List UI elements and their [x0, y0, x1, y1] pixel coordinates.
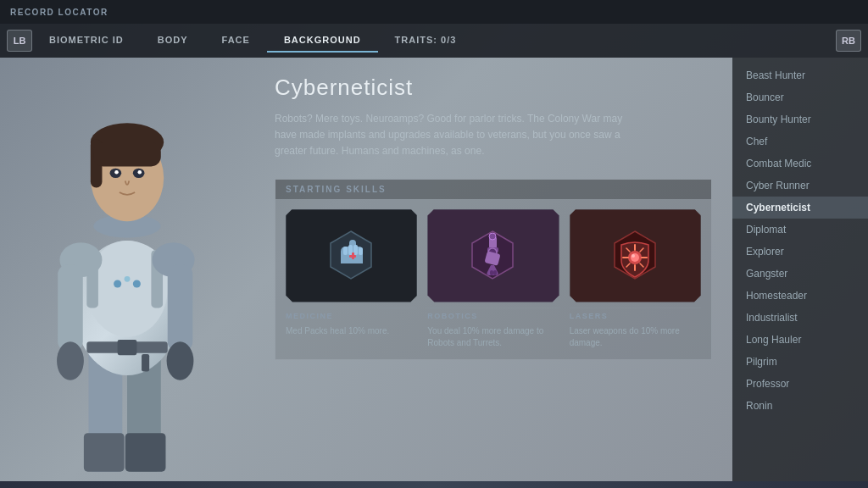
svg-point-47 [631, 253, 639, 262]
svg-point-13 [167, 341, 194, 380]
svg-rect-42 [490, 270, 493, 275]
medicine-icon-box [286, 209, 417, 302]
sidebar-item-cyberneticist[interactable]: Cyberneticist [732, 197, 868, 219]
svg-point-24 [114, 280, 121, 288]
svg-point-23 [138, 170, 142, 175]
skills-grid: MEDICINE Med Packs heal 10% more. [275, 199, 711, 359]
sidebar-item-homesteader[interactable]: Homesteader [732, 285, 868, 307]
sidebar-item-gangster[interactable]: Gangster [732, 263, 868, 285]
center-panel: Cyberneticist Robots? Mere toys. Neuroam… [254, 58, 732, 481]
sidebar-item-bounty-hunter[interactable]: Bounty Hunter [732, 108, 868, 130]
bottom-accent [0, 481, 868, 488]
svg-rect-43 [493, 270, 497, 275]
tab-body[interactable]: BODY [141, 29, 205, 53]
robotics-desc: You deal 10% more damage to Robots and T… [427, 325, 559, 349]
tab-traits[interactable]: TRAITS: 0/3 [378, 29, 474, 53]
main-content: Cyberneticist Robots? Mere toys. Neuroam… [0, 58, 868, 481]
tab-background[interactable]: BACKGROUND [267, 29, 378, 53]
sidebar-item-bouncer[interactable]: Bouncer [732, 86, 868, 108]
top-bar: RECORD LOCATOR [0, 0, 868, 24]
robotics-icon [465, 228, 520, 283]
record-locator-label: RECORD LOCATOR [10, 8, 108, 17]
medicine-desc: Med Packs heal 10% more. [286, 325, 417, 337]
svg-rect-2 [84, 433, 125, 471]
svg-rect-29 [142, 354, 149, 371]
svg-rect-28 [118, 340, 137, 355]
lasers-label: LASERS [570, 308, 701, 320]
svg-rect-31 [343, 247, 348, 255]
skill-card-robotics: ROBOTICS You deal 10% more damage to Rob… [427, 209, 559, 349]
svg-rect-3 [125, 433, 166, 471]
lasers-icon-box [570, 209, 701, 302]
sidebar-item-professor[interactable]: Professor [732, 373, 868, 395]
sidebar-item-ronin[interactable]: Ronin [732, 395, 868, 417]
portrait-area [0, 58, 254, 481]
skill-card-medicine: MEDICINE Med Packs heal 10% more. [286, 209, 417, 349]
svg-rect-34 [359, 247, 363, 255]
svg-point-26 [133, 280, 141, 288]
svg-point-44 [489, 233, 496, 240]
svg-point-22 [114, 170, 119, 175]
sidebar-item-chef[interactable]: Chef [732, 130, 868, 152]
svg-point-12 [57, 341, 84, 380]
robotics-label: ROBOTICS [427, 308, 559, 320]
sidebar-item-industrialist[interactable]: Industrialist [732, 307, 868, 329]
rb-button[interactable]: RB [836, 30, 861, 52]
skill-card-lasers: LASERS Laser weapons do 10% more damage. [570, 209, 701, 349]
sidebar-item-explorer[interactable]: Explorer [732, 241, 868, 263]
nav-bar: LB BIOMETRIC ID BODY FACE BACKGROUND TRA… [0, 24, 868, 58]
sidebar-item-beast-hunter[interactable]: Beast Hunter [732, 64, 868, 86]
sidebar-item-long-hauler[interactable]: Long Hauler [732, 329, 868, 351]
background-list: Beast Hunter Bouncer Bounty Hunter Chef … [732, 58, 868, 481]
tab-face[interactable]: FACE [205, 29, 267, 53]
tab-biometric[interactable]: BIOMETRIC ID [32, 29, 141, 53]
svg-rect-36 [352, 252, 354, 259]
lasers-icon [608, 228, 663, 283]
sidebar-item-combat-medic[interactable]: Combat Medic [732, 152, 868, 175]
sidebar-item-pilgrim[interactable]: Pilgrim [732, 351, 868, 373]
sidebar-item-cyber-runner[interactable]: Cyber Runner [732, 175, 868, 197]
medicine-icon [324, 228, 379, 283]
lasers-desc: Laser weapons do 10% more damage. [570, 325, 701, 349]
character-portrait [0, 58, 254, 481]
background-title: Cyberneticist [275, 75, 712, 101]
lb-button[interactable]: LB [7, 30, 32, 52]
medicine-label: MEDICINE [286, 308, 417, 320]
svg-point-48 [632, 254, 635, 258]
svg-point-25 [125, 276, 131, 282]
sidebar-item-diplomat[interactable]: Diplomat [732, 219, 868, 241]
robotics-icon-box [427, 209, 559, 302]
background-description: Robots? Mere toys. Neuroamps? Good for p… [275, 111, 631, 160]
skills-section: STARTING SKILLS [275, 179, 712, 360]
svg-rect-19 [93, 142, 161, 166]
skills-header: STARTING SKILLS [275, 180, 711, 199]
svg-rect-10 [58, 264, 83, 351]
svg-rect-11 [168, 264, 193, 351]
